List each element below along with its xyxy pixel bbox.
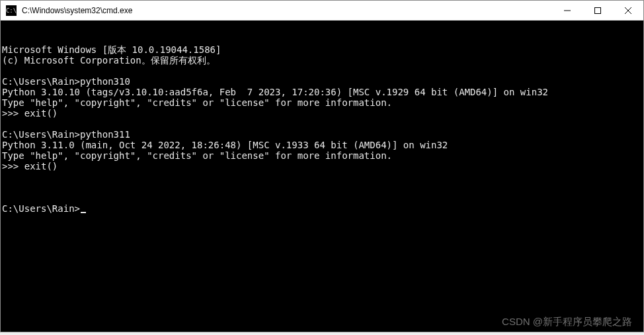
cmd-window: C:\ C:\Windows\system32\cmd.exe Microsof…: [0, 0, 644, 332]
terminal-line: Type "help", "copyright", "credits" or "…: [2, 150, 642, 161]
terminal-line: Microsoft Windows [版本 10.0.19044.1586]: [2, 44, 642, 55]
maximize-button[interactable]: [583, 1, 613, 20]
cmd-icon: C:\: [6, 5, 17, 16]
cursor: [81, 212, 86, 213]
terminal-line: Type "help", "copyright", "credits" or "…: [2, 97, 642, 108]
terminal-line: C:\Users\Rain>python310: [2, 76, 642, 87]
close-button[interactable]: [613, 1, 643, 20]
minimize-button[interactable]: [552, 1, 583, 20]
svg-rect-1: [595, 7, 601, 13]
terminal-line: >>> exit(): [2, 108, 642, 119]
prompt: C:\Users\Rain>: [2, 203, 80, 214]
terminal-line: [2, 119, 642, 129]
terminal-line: Python 3.10.10 (tags/v3.10.10:aad5f6a, F…: [2, 87, 642, 97]
window-title: C:\Windows\system32\cmd.exe: [20, 6, 552, 15]
terminal-line: >>> exit(): [2, 161, 642, 171]
terminal-line: [2, 171, 642, 182]
terminal-line: [2, 66, 642, 76]
terminal-area[interactable]: Microsoft Windows [版本 10.0.19044.1586](c…: [1, 21, 643, 332]
window-controls: [552, 1, 643, 20]
titlebar[interactable]: C:\ C:\Windows\system32\cmd.exe: [1, 1, 643, 21]
terminal-line: (c) Microsoft Corporation。保留所有权利。: [2, 55, 642, 66]
terminal-line: C:\Users\Rain>python311: [2, 129, 642, 140]
terminal-line: Python 3.11.0 (main, Oct 24 2022, 18:26:…: [2, 140, 642, 150]
